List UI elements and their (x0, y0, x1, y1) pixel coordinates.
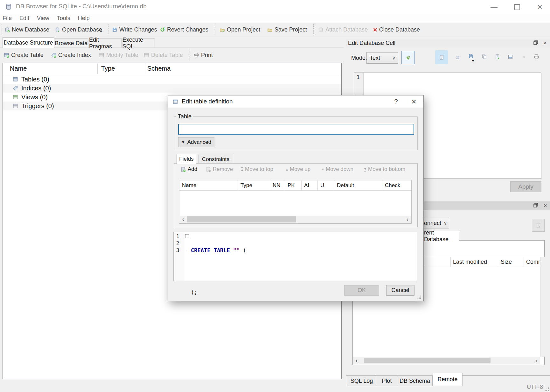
move-up-button[interactable]: ▴ Move up (286, 166, 310, 172)
revert-changes-button[interactable]: ↺ Revert Changes (160, 23, 208, 36)
menu-view[interactable]: View (33, 15, 53, 22)
connect-select[interactable]: onnect ∨ (420, 218, 449, 228)
field-column-u[interactable]: U (318, 180, 334, 190)
fold-column[interactable] (185, 234, 190, 253)
help-icon[interactable]: ? (388, 98, 404, 105)
dialog-resize-grip[interactable] (417, 295, 421, 299)
cancel-button[interactable]: Cancel (386, 285, 414, 296)
menu-tools[interactable]: Tools (53, 15, 74, 22)
close-database-button[interactable]: × Close Database (373, 23, 420, 36)
field-column-check[interactable]: Check (382, 180, 411, 190)
tree-column-type[interactable]: Type (101, 65, 115, 72)
scrollbar-thumb[interactable] (187, 216, 296, 222)
tab-constraints[interactable]: Constraints (198, 155, 233, 164)
ok-button[interactable]: OK (344, 285, 379, 296)
scroll-right-icon[interactable]: › (533, 357, 540, 364)
tree-column-schema[interactable]: Schema (147, 65, 171, 72)
column-divider[interactable] (498, 257, 498, 267)
print-cell-button[interactable] (534, 54, 539, 61)
copy-cell-button[interactable] (482, 54, 487, 61)
tree-row-tables[interactable]: Tables (0) (3, 75, 341, 84)
window-resize-grip[interactable] (544, 386, 549, 391)
field-column-pk[interactable]: PK (285, 180, 302, 190)
advanced-button[interactable]: ▼ Advanced (178, 137, 214, 147)
column-size[interactable]: Size (501, 259, 512, 265)
modify-table-button[interactable]: Modify Table (99, 49, 138, 61)
tab-execute-sql[interactable]: Execute SQL (122, 38, 155, 48)
column-last-modified[interactable]: Last modified (453, 259, 487, 265)
scrollbar-thumb[interactable] (364, 358, 491, 363)
write-changes-button[interactable]: Write Changes (112, 23, 157, 36)
close-panel-icon[interactable]: × (540, 40, 550, 46)
field-column-name[interactable]: Name (179, 180, 238, 190)
apply-button[interactable]: Apply (510, 181, 541, 192)
triggers-icon (13, 103, 18, 109)
menu-edit[interactable]: Edit (16, 15, 33, 22)
tab-plot[interactable]: Plot (376, 376, 398, 386)
tree-column-name[interactable]: Name (10, 65, 27, 72)
field-column-type[interactable]: Type (238, 180, 270, 190)
title-bar: DB Browser for SQLite - C:\Users\turne\d… (0, 0, 550, 14)
tab-fields[interactable]: Fields (177, 154, 196, 164)
tab-database-structure[interactable]: Database Structure (3, 37, 54, 48)
maximize-button[interactable] (509, 0, 525, 14)
create-table-button[interactable]: Create Table (4, 49, 44, 61)
paste-cell-button[interactable] (495, 54, 500, 61)
image-view-button[interactable] (508, 54, 513, 61)
open-database-dropdown[interactable]: ▾ (100, 29, 102, 34)
close-button[interactable]: × (532, 0, 548, 14)
save-project-button[interactable]: Save Project (267, 23, 307, 36)
word-wrap-toggle[interactable] (455, 55, 460, 61)
open-database-button[interactable]: Open Database (55, 23, 102, 36)
table-name-input[interactable] (178, 124, 414, 135)
move-down-button[interactable]: ▾ Move down (322, 166, 353, 172)
scroll-left-icon[interactable]: ‹ (353, 357, 360, 364)
column-divider[interactable] (145, 63, 145, 74)
field-column-ai[interactable]: AI (302, 180, 318, 190)
horizontal-scrollbar[interactable]: ‹ › (353, 357, 540, 364)
column-divider[interactable] (450, 257, 451, 267)
open-project-button[interactable]: Open Project (219, 23, 260, 36)
tree-row-indices[interactable]: Indices (0) (3, 84, 341, 93)
delete-table-button[interactable]: Delete Table (144, 49, 183, 61)
tab-sql-log[interactable]: SQL Log (347, 376, 377, 386)
remove-field-button[interactable]: Remove (205, 166, 233, 172)
print-button[interactable]: Print (194, 49, 213, 61)
mode-select[interactable]: Text ∨ (366, 52, 398, 64)
sql-preview[interactable]: 1 2 3 CREATE TABLE "" ( ); (173, 232, 417, 281)
tab-browse-data[interactable]: Browse Data (54, 38, 88, 48)
column-divider[interactable] (524, 257, 524, 267)
set-null-button[interactable] (521, 54, 526, 61)
menu-help[interactable]: Help (74, 15, 94, 22)
minimize-button[interactable]: — (486, 0, 502, 14)
move-to-bottom-button[interactable]: ▾ Move to bottom (364, 166, 405, 172)
new-database-button[interactable]: New Database (4, 23, 49, 36)
move-to-top-button[interactable]: ▴ Move to top (241, 166, 273, 172)
float-panel-icon[interactable] (531, 40, 540, 46)
scroll-left-icon[interactable]: ‹ (180, 216, 187, 223)
tab-remote[interactable]: Remote (433, 373, 463, 386)
auto-mode-button[interactable] (401, 51, 415, 64)
menu-file[interactable]: File (0, 15, 16, 22)
text-mode-toggle[interactable] (435, 50, 448, 64)
create-index-button[interactable]: Create Index (51, 49, 91, 61)
tab-db-schema[interactable]: DB Schema (397, 376, 433, 386)
close-panel-icon[interactable]: × (540, 202, 550, 209)
mode-label: Mode: (351, 55, 367, 61)
fold-marker-icon[interactable] (185, 234, 189, 238)
scroll-right-icon[interactable]: › (404, 216, 411, 223)
attach-database-button[interactable]: Attach Database (318, 23, 368, 36)
tab-edit-pragmas[interactable]: Edit Pragmas (89, 38, 122, 48)
column-divider[interactable] (97, 63, 98, 74)
fields-horizontal-scrollbar[interactable]: ‹ › (180, 216, 411, 223)
encoding-status[interactable]: UTF-8 (527, 384, 543, 390)
close-database-icon: × (373, 27, 377, 32)
import-cell-button[interactable]: ▾ (468, 53, 474, 60)
float-panel-icon[interactable] (531, 202, 540, 209)
add-field-button[interactable]: Add (180, 166, 197, 172)
vertical-scrollbar[interactable] (540, 257, 545, 357)
field-column-nn[interactable]: NN (270, 180, 285, 190)
push-changes-button[interactable] (532, 219, 545, 232)
field-column-default[interactable]: Default (334, 180, 382, 190)
dialog-close-icon[interactable]: × (404, 97, 423, 107)
